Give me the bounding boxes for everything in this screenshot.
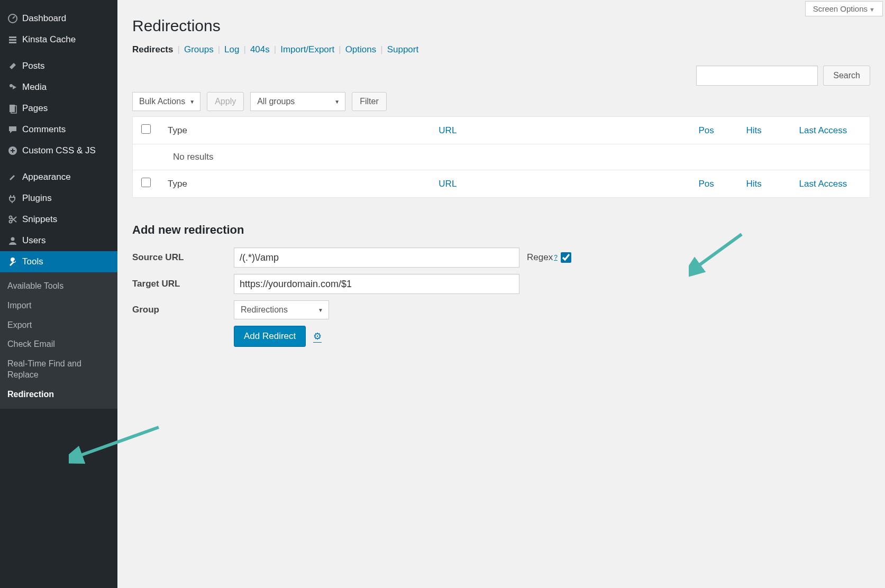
tab-groups[interactable]: Groups xyxy=(184,44,214,54)
col-hits[interactable]: Hits xyxy=(738,170,791,198)
submenu-item-check-email[interactable]: Check Email xyxy=(0,335,117,354)
submenu-item-real-time-find-and-replace[interactable]: Real-Time Find and Replace xyxy=(0,354,117,385)
brush-icon xyxy=(7,172,22,182)
scissors-icon xyxy=(7,214,22,225)
sidebar-item-label: Snippets xyxy=(22,214,57,225)
sidebar-item-label: Comments xyxy=(22,124,66,135)
sidebar-item-appearance[interactable]: Appearance xyxy=(0,167,117,188)
source-url-input[interactable] xyxy=(234,247,519,268)
svg-rect-2 xyxy=(9,36,16,38)
col-type[interactable]: Type xyxy=(159,170,430,198)
redirects-table: Type URL Pos Hits Last Access No results… xyxy=(132,116,870,198)
plus-icon xyxy=(7,145,22,156)
select-all-checkbox-footer[interactable] xyxy=(141,178,151,187)
tab-log[interactable]: Log xyxy=(224,44,239,54)
sidebar-item-label: Kinsta Cache xyxy=(22,34,76,45)
regex-checkbox[interactable] xyxy=(561,252,571,263)
sidebar-item-label: Appearance xyxy=(22,172,71,182)
svg-point-15 xyxy=(11,237,15,241)
tab-redirects[interactable]: Redirects xyxy=(132,44,173,54)
submenu-item-redirection[interactable]: Redirection xyxy=(0,385,117,405)
col-type[interactable]: Type xyxy=(159,117,430,144)
sidebar-item-comments[interactable]: Comments xyxy=(0,119,117,140)
col-last-access[interactable]: Last Access xyxy=(791,117,870,144)
sidebar-item-tools[interactable]: Tools xyxy=(0,251,117,272)
plugin-tabs: Redirects|Groups|Log|404s|Import/Export|… xyxy=(132,44,870,55)
sidebar-item-label: Tools xyxy=(22,256,43,267)
sidebar-item-custom-css-js[interactable]: Custom CSS & JS xyxy=(0,140,117,161)
search-input[interactable] xyxy=(696,66,818,86)
col-hits[interactable]: Hits xyxy=(738,117,791,144)
submenu-item-import[interactable]: Import xyxy=(0,296,117,316)
col-last-access[interactable]: Last Access xyxy=(791,170,870,198)
col-pos[interactable]: Pos xyxy=(690,170,738,198)
tools-submenu: Available ToolsImportExportCheck EmailRe… xyxy=(0,272,117,409)
media-icon xyxy=(7,82,22,93)
sidebar-item-plugins[interactable]: Plugins xyxy=(0,188,117,209)
target-url-label: Target URL xyxy=(132,279,234,289)
gear-icon[interactable]: ⚙ xyxy=(313,330,322,343)
main-content: Screen Options Redirections Redirects|Gr… xyxy=(117,0,885,588)
regex-label: Regex xyxy=(527,252,553,263)
page-title: Redirections xyxy=(132,17,870,35)
user-icon xyxy=(7,235,22,246)
tab-support[interactable]: Support xyxy=(387,44,419,54)
col-url[interactable]: URL xyxy=(430,170,690,198)
sidebar-item-label: Posts xyxy=(22,61,45,71)
select-all-checkbox[interactable] xyxy=(141,124,151,134)
group-select[interactable]: Redirections xyxy=(234,300,329,319)
svg-point-5 xyxy=(10,84,13,87)
tab-import-export[interactable]: Import/Export xyxy=(280,44,334,54)
sidebar-item-users[interactable]: Users xyxy=(0,230,117,251)
search-button[interactable]: Search xyxy=(823,66,870,86)
filter-button[interactable]: Filter xyxy=(352,92,387,111)
submenu-item-export[interactable]: Export xyxy=(0,316,117,335)
wrench-icon xyxy=(7,256,22,267)
pages-icon xyxy=(7,103,22,114)
screen-options-button[interactable]: Screen Options xyxy=(805,1,883,16)
sidebar-item-media[interactable]: Media xyxy=(0,77,117,98)
comment-icon xyxy=(7,124,22,135)
col-pos[interactable]: Pos xyxy=(690,117,738,144)
sidebar-item-label: Media xyxy=(22,82,47,93)
group-filter-select[interactable]: All groups xyxy=(250,92,345,111)
apply-button[interactable]: Apply xyxy=(207,92,244,111)
svg-rect-4 xyxy=(9,42,16,43)
add-redirection-heading: Add new redirection xyxy=(132,223,870,237)
add-redirect-button[interactable]: Add Redirect xyxy=(234,326,306,347)
sidebar-item-pages[interactable]: Pages xyxy=(0,98,117,119)
plug-icon xyxy=(7,193,22,204)
tab-options[interactable]: Options xyxy=(345,44,377,54)
sidebar-item-kinsta-cache[interactable]: Kinsta Cache xyxy=(0,29,117,50)
svg-rect-3 xyxy=(9,39,16,41)
submenu-item-available-tools[interactable]: Available Tools xyxy=(0,277,117,296)
sidebar-item-posts[interactable]: Posts xyxy=(0,56,117,77)
table-row: No results xyxy=(133,144,870,170)
tab-404s[interactable]: 404s xyxy=(250,44,270,54)
sidebar-item-snippets[interactable]: Snippets xyxy=(0,209,117,230)
bulk-actions-select[interactable]: Bulk Actions xyxy=(132,92,200,111)
admin-sidebar: DashboardKinsta CachePostsMediaPagesComm… xyxy=(0,0,117,588)
sidebar-item-label: Users xyxy=(22,235,45,246)
sidebar-item-label: Pages xyxy=(22,103,48,114)
sidebar-item-dashboard[interactable]: Dashboard xyxy=(0,8,117,29)
pin-icon xyxy=(7,61,22,71)
no-results-text: No results xyxy=(133,144,870,170)
dashboard-icon xyxy=(7,13,22,24)
group-label: Group xyxy=(132,305,234,315)
col-url[interactable]: URL xyxy=(430,117,690,144)
sidebar-item-label: Dashboard xyxy=(22,13,66,24)
source-url-label: Source URL xyxy=(132,252,234,263)
target-url-input[interactable] xyxy=(234,274,519,294)
sidebar-item-label: Plugins xyxy=(22,193,52,204)
svg-line-1 xyxy=(13,16,15,19)
cache-icon xyxy=(7,34,22,45)
sidebar-item-label: Custom CSS & JS xyxy=(22,145,96,156)
regex-help-link[interactable]: ? xyxy=(554,254,558,261)
